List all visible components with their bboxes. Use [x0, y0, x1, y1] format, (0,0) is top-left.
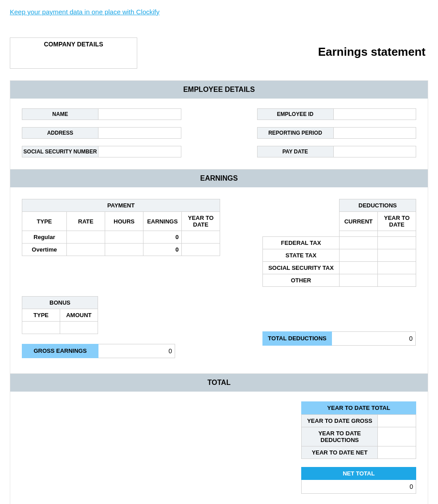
col-type: TYPE	[22, 212, 67, 231]
payment-hours[interactable]	[105, 231, 143, 244]
table-row	[22, 322, 98, 334]
bonus-type[interactable]	[22, 322, 60, 334]
earnings-header: EARNINGS	[10, 169, 428, 187]
col-ytd: YEAR TO DATE	[182, 212, 220, 231]
net-total-header: NET TOTAL	[301, 467, 416, 480]
gross-earnings-label: GROSS EARNINGS	[22, 344, 98, 358]
payment-rate[interactable]	[67, 244, 105, 256]
name-value[interactable]	[98, 108, 181, 120]
ytd-net-value[interactable]	[378, 446, 416, 459]
pay-date-value[interactable]	[334, 146, 417, 157]
deduct-current[interactable]	[340, 274, 378, 287]
total-section: TOTAL YEAR TO DATE TOTAL YEAR TO DATE GR…	[10, 374, 428, 504]
deduct-ytd[interactable]	[378, 249, 416, 262]
deduct-col-ytd: YEAR TO DATE	[378, 212, 416, 231]
deduct-label: STATE TAX	[263, 249, 340, 262]
payment-earnings: 0	[143, 231, 182, 244]
gross-earnings-value: 0	[98, 344, 175, 358]
bonus-header: BONUS	[22, 297, 98, 309]
payment-ytd[interactable]	[182, 244, 220, 256]
deduct-current[interactable]	[340, 249, 378, 262]
promo-link[interactable]: Keep your payment data in one place with…	[10, 8, 160, 16]
reporting-period-value[interactable]	[334, 127, 417, 139]
col-rate: RATE	[67, 212, 105, 231]
deductions-header: DEDUCTIONS	[340, 199, 416, 212]
ssn-value[interactable]	[98, 146, 181, 157]
net-total-value: 0	[301, 480, 416, 494]
deduct-current[interactable]	[340, 262, 378, 274]
table-row	[263, 231, 416, 237]
bonus-col-amount: AMOUNT	[60, 309, 98, 322]
payment-type: Regular	[22, 231, 67, 244]
table-row: FEDERAL TAX	[263, 237, 416, 249]
deduct-col-current: CURRENT	[340, 212, 378, 231]
name-label: NAME	[22, 108, 98, 120]
address-label: ADDRESS	[22, 127, 98, 139]
employee-details-section: EMPLOYEE DETAILS NAME ADDRESS SOCIAL SEC…	[10, 80, 428, 169]
total-deductions-label: TOTAL DEDUCTIONS	[262, 331, 332, 346]
deduct-label: SOCIAL SECURITY TAX	[263, 262, 340, 274]
employee-id-label: EMPLOYEE ID	[257, 108, 334, 120]
ytd-deductions-value[interactable]	[378, 427, 416, 446]
company-details-box: COMPANY DETAILS	[10, 37, 137, 69]
table-row: YEAR TO DATE NET	[302, 446, 416, 459]
total-header: TOTAL	[10, 374, 428, 392]
col-earnings: EARNINGS	[143, 212, 182, 231]
employee-details-header: EMPLOYEE DETAILS	[10, 81, 428, 99]
bonus-table: BONUS TYPE AMOUNT	[22, 296, 98, 334]
deduct-current[interactable]	[340, 231, 378, 237]
employee-id-value[interactable]	[334, 108, 417, 120]
table-row: YEAR TO DATE DEDUCTIONS	[302, 427, 416, 446]
deduct-ytd[interactable]	[378, 262, 416, 274]
ytd-gross-label: YEAR TO DATE GROSS	[302, 415, 378, 427]
ytd-gross-value[interactable]	[378, 415, 416, 427]
address-value[interactable]	[98, 127, 181, 139]
bonus-col-type: TYPE	[22, 309, 60, 322]
deduct-label: FEDERAL TAX	[263, 237, 340, 249]
table-row: SOCIAL SECURITY TAX	[263, 262, 416, 274]
payment-hours[interactable]	[105, 244, 143, 256]
ytd-deductions-label: YEAR TO DATE DEDUCTIONS	[302, 427, 378, 446]
ssn-label: SOCIAL SECURITY NUMBER	[22, 146, 98, 157]
table-row: Regular 0	[22, 231, 220, 244]
page-title: Earnings statement	[318, 45, 426, 59]
payment-header: PAYMENT	[22, 199, 220, 212]
col-hours: HOURS	[105, 212, 143, 231]
deductions-table: DEDUCTIONS CURRENT YEAR TO DATE FEDERAL …	[262, 199, 416, 287]
ytd-total-header: YEAR TO DATE TOTAL	[301, 401, 416, 414]
payment-earnings: 0	[143, 244, 182, 256]
earnings-section: EARNINGS PAYMENT TYPE RATE HOURS EARNING…	[10, 169, 428, 374]
pay-date-label: PAY DATE	[257, 146, 334, 157]
table-row: YEAR TO DATE GROSS	[302, 415, 416, 427]
deduct-ytd[interactable]	[378, 231, 416, 237]
deduct-current[interactable]	[340, 237, 378, 249]
reporting-period-label: REPORTING PERIOD	[257, 127, 334, 139]
table-row: Overtime 0	[22, 244, 220, 256]
payment-type: Overtime	[22, 244, 67, 256]
ytd-table: YEAR TO DATE GROSS YEAR TO DATE DEDUCTIO…	[301, 414, 416, 459]
payment-ytd[interactable]	[182, 231, 220, 244]
table-row: OTHER	[263, 274, 416, 287]
deduct-ytd[interactable]	[378, 237, 416, 249]
deduct-ytd[interactable]	[378, 274, 416, 287]
deduct-label: OTHER	[263, 274, 340, 287]
total-deductions-value: 0	[332, 331, 416, 346]
bonus-amount[interactable]	[60, 322, 98, 334]
ytd-net-label: YEAR TO DATE NET	[302, 446, 378, 459]
payment-rate[interactable]	[67, 231, 105, 244]
table-row: STATE TAX	[263, 249, 416, 262]
payment-table: PAYMENT TYPE RATE HOURS EARNINGS YEAR TO…	[22, 199, 220, 256]
